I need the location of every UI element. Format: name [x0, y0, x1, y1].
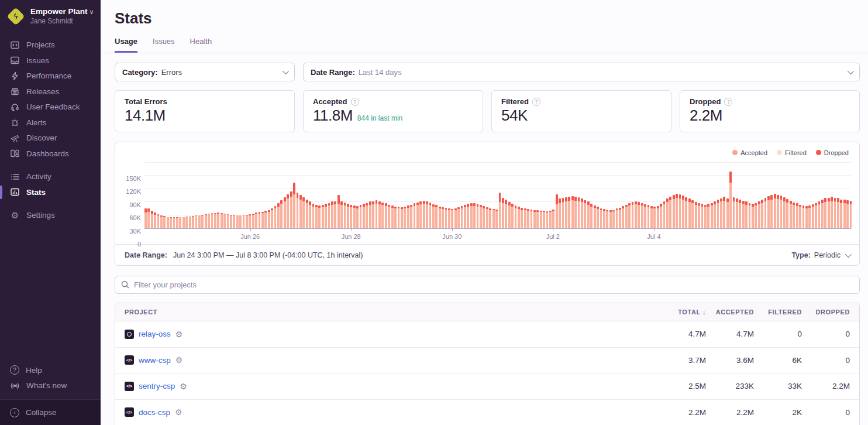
sidebar-item-issues[interactable]: Issues	[0, 53, 101, 68]
chart-bar	[688, 198, 691, 228]
sidebar-collapse-button[interactable]: ‹ Collapse	[0, 399, 101, 425]
table-row: </> www-csp ⚙ 3.7M 3.6M 6K 0	[115, 348, 859, 374]
col-header-dropped[interactable]: DROPPED	[802, 309, 850, 316]
help-icon[interactable]: ?	[532, 98, 540, 106]
chart-bar	[167, 217, 169, 228]
legend-dot	[816, 150, 821, 155]
main-content: Stats Usage Issues Health Category: Erro…	[101, 0, 868, 425]
x-axis-tick	[654, 229, 655, 231]
chart-bar	[723, 197, 725, 228]
project-filter-input[interactable]	[115, 276, 860, 294]
chart-bar	[521, 208, 523, 228]
card-label: Dropped	[690, 97, 721, 106]
chart-bar	[489, 208, 491, 228]
chart-bar	[584, 200, 586, 228]
org-switcher[interactable]: ϟ Empower Plant∨ Jane Schmidt	[0, 0, 101, 34]
date-range-select[interactable]: Date Range: Last 14 days	[303, 63, 860, 81]
sidebar-item-whats-new[interactable]: What's new	[0, 378, 101, 394]
chart-bar	[600, 208, 602, 228]
card-label: Total Errors	[125, 97, 167, 106]
chart-bar	[274, 206, 277, 228]
chart-bar	[745, 201, 748, 228]
sidebar-item-stats[interactable]: Stats	[0, 184, 101, 200]
chart-bar	[290, 191, 292, 228]
activity-icon	[10, 172, 20, 181]
project-link[interactable]: sentry-csp	[139, 382, 175, 390]
search-icon	[120, 280, 130, 289]
help-icon[interactable]: ?	[351, 98, 359, 106]
chart-bar	[786, 199, 788, 228]
legend-item-filtered[interactable]: Filtered	[777, 149, 807, 156]
chart-bar	[812, 204, 814, 228]
sidebar-item-projects[interactable]: Projects	[0, 37, 101, 53]
tab-issues[interactable]: Issues	[153, 37, 175, 53]
sidebar-item-label: Activity	[26, 172, 51, 181]
project-settings-icon[interactable]: ⚙	[175, 356, 183, 364]
sidebar-item-releases[interactable]: Releases	[0, 84, 101, 100]
chart-bar	[394, 207, 397, 228]
tab-health[interactable]: Health	[190, 37, 212, 53]
help-icon[interactable]: ?	[724, 98, 732, 106]
broadcast-icon	[10, 381, 20, 390]
sidebar-item-dashboards[interactable]: Dashboards	[0, 146, 101, 162]
type-select[interactable]: Type: Periodic	[791, 251, 850, 259]
chart-bar	[625, 205, 628, 228]
project-link[interactable]: relay-oss	[139, 330, 171, 338]
chart-bar	[552, 210, 554, 228]
sidebar-item-user-feedback[interactable]: User Feedback	[0, 100, 101, 115]
legend-item-accepted[interactable]: Accepted	[732, 149, 767, 156]
cell-accepted: 2.2M	[706, 408, 754, 417]
chart-bar	[230, 215, 232, 228]
chart-bar	[764, 198, 767, 228]
legend-item-dropped[interactable]: Dropped	[816, 149, 849, 156]
chart-bar	[793, 203, 795, 228]
footer-date-range-label: Date Range:	[125, 251, 167, 259]
chart-bar	[243, 215, 245, 228]
sidebar-item-label: Help	[26, 366, 42, 375]
sidebar-item-help[interactable]: ? Help	[0, 362, 101, 378]
project-link[interactable]: docs-csp	[139, 408, 170, 417]
chart-bar	[249, 214, 251, 228]
chart-bar	[419, 201, 422, 228]
chart-plot-area	[144, 163, 851, 229]
card-label: Filtered	[501, 97, 529, 106]
chart-bar	[461, 206, 463, 228]
category-label: Category:	[122, 68, 158, 77]
y-tick-label: 60K	[129, 214, 141, 221]
chart-bar	[353, 205, 356, 228]
chart-bar	[774, 194, 776, 228]
chart-bar	[502, 198, 504, 228]
sidebar-item-activity[interactable]: Activity	[0, 169, 101, 185]
sidebar-item-settings[interactable]: ⚙ Settings	[0, 208, 101, 224]
project-settings-icon[interactable]: ⚙	[175, 408, 182, 416]
cell-filtered: 0	[754, 330, 802, 338]
chart-bar	[527, 209, 529, 228]
col-header-filtered[interactable]: FILTERED	[754, 309, 802, 316]
chart-bar	[264, 211, 267, 228]
sidebar-item-performance[interactable]: Performance	[0, 68, 101, 84]
col-header-total[interactable]: TOTAL↓	[658, 309, 706, 316]
tab-usage[interactable]: Usage	[115, 37, 137, 53]
chart-bar	[255, 212, 257, 228]
chart-bar	[499, 193, 501, 228]
page-title: Stats	[115, 9, 853, 28]
chart-bar	[325, 204, 327, 228]
project-link[interactable]: www-csp	[139, 356, 171, 365]
chart-bar	[340, 201, 343, 228]
col-header-accepted[interactable]: ACCEPTED	[706, 309, 754, 316]
chart-bar	[381, 203, 384, 228]
sidebar-item-discover[interactable]: Discover	[0, 131, 101, 146]
chart-bar	[363, 204, 365, 228]
project-settings-icon[interactable]: ⚙	[180, 382, 187, 390]
project-settings-icon[interactable]: ⚙	[175, 330, 183, 338]
category-select[interactable]: Category: Errors	[115, 63, 295, 81]
chart-bar	[587, 201, 590, 228]
chart-bar	[293, 183, 295, 228]
cell-total: 2.2M	[658, 408, 706, 417]
chart-bar	[426, 201, 428, 228]
chart-bar	[511, 204, 514, 228]
chart-bar	[414, 203, 416, 228]
chart-bar	[609, 210, 612, 228]
sidebar-item-alerts[interactable]: Alerts	[0, 115, 101, 131]
chart-bar	[347, 204, 349, 228]
